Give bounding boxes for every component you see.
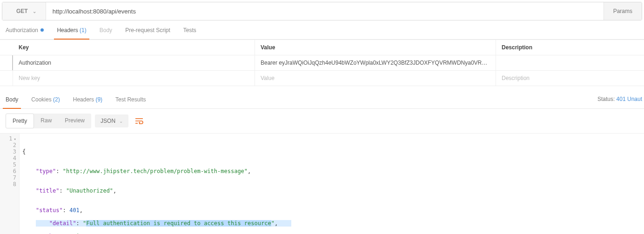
resp-tab-tests[interactable]: Test Results bbox=[115, 96, 146, 108]
json-string-selected: Full authentication is required to acces… bbox=[86, 220, 271, 227]
tab-headers-label: Headers bbox=[57, 27, 78, 33]
chevron-down-icon: ⌄ bbox=[119, 119, 123, 124]
tab-tests-label: Tests bbox=[183, 27, 196, 33]
response-bar: Body Cookies (2) Headers (9) Test Result… bbox=[0, 90, 644, 109]
response-body[interactable]: 1▾ 2345678 { "type": "http://www.jhipste… bbox=[0, 134, 644, 234]
request-bar: GET ⌄ Params bbox=[2, 2, 642, 20]
resp-tab-body-label: Body bbox=[6, 96, 18, 103]
resp-tab-headers[interactable]: Headers (9) bbox=[73, 96, 102, 108]
json-string: "http://www.jhipster.tech/problem/proble… bbox=[63, 168, 248, 174]
status-label: Status: bbox=[597, 96, 615, 102]
col-key: Key bbox=[13, 40, 255, 55]
row-handle[interactable] bbox=[0, 55, 13, 70]
tab-headers-count: (1) bbox=[80, 27, 87, 33]
response-tabs: Body Cookies (2) Headers (9) Test Result… bbox=[0, 90, 151, 108]
language-select[interactable]: JSON ⌄ bbox=[95, 114, 128, 127]
header-value-cell[interactable]: Bearer eyJraWQiOiJqQzh4eU94bWZoYWpla0xLW… bbox=[255, 55, 496, 70]
http-method-select[interactable]: GET ⌄ bbox=[2, 2, 46, 20]
status-value: 401 Unaut bbox=[617, 96, 642, 102]
dot-icon bbox=[40, 28, 44, 32]
json-key: "type" bbox=[36, 168, 56, 174]
row-handle bbox=[0, 71, 13, 86]
view-preview[interactable]: Preview bbox=[58, 114, 91, 128]
new-value-cell[interactable]: Value bbox=[255, 71, 496, 86]
view-raw[interactable]: Raw bbox=[34, 114, 58, 128]
resp-tab-cookies[interactable]: Cookies (2) bbox=[31, 96, 60, 108]
new-desc-cell[interactable]: Description bbox=[496, 71, 644, 86]
headers-table: Key Value Description Authorization Bear… bbox=[0, 40, 644, 86]
url-input[interactable] bbox=[46, 2, 604, 20]
tab-body[interactable]: Body bbox=[100, 27, 112, 39]
params-button[interactable]: Params bbox=[604, 2, 642, 20]
resp-tab-cookies-count: (2) bbox=[53, 96, 60, 103]
code-content[interactable]: { "type": "http://www.jhipster.tech/prob… bbox=[20, 134, 278, 234]
code-brace: { bbox=[22, 148, 26, 155]
tab-body-label: Body bbox=[100, 27, 112, 33]
resp-tab-tests-label: Test Results bbox=[115, 96, 146, 103]
line-gutter: 1▾ 2345678 bbox=[0, 134, 20, 234]
json-key: "title" bbox=[36, 187, 60, 194]
json-key: "detail" bbox=[49, 220, 76, 227]
tab-prerequest[interactable]: Pre-request Script bbox=[125, 27, 170, 39]
header-desc-cell[interactable] bbox=[496, 55, 644, 70]
resp-tab-body[interactable]: Body bbox=[6, 96, 18, 108]
resp-tab-headers-label: Headers bbox=[73, 96, 94, 103]
http-method-label: GET bbox=[16, 8, 28, 14]
body-view-bar: Pretty Raw Preview JSON ⌄ bbox=[0, 109, 644, 134]
json-number: 401 bbox=[69, 207, 80, 214]
view-mode-segment: Pretty Raw Preview bbox=[6, 114, 91, 128]
table-header-row: Key Value Description bbox=[0, 40, 644, 55]
resp-tab-cookies-label: Cookies bbox=[31, 96, 51, 103]
table-new-row[interactable]: New key Value Description bbox=[0, 70, 644, 86]
resp-tab-headers-count: (9) bbox=[95, 96, 102, 103]
tab-authorization-label: Authorization bbox=[6, 27, 38, 33]
tab-tests[interactable]: Tests bbox=[183, 27, 196, 39]
header-key-cell[interactable]: Authorization bbox=[13, 55, 255, 70]
tab-prerequest-label: Pre-request Script bbox=[125, 27, 170, 33]
json-key: "status" bbox=[36, 207, 63, 214]
params-label: Params bbox=[613, 8, 632, 14]
response-status: Status: 401 Unaut bbox=[597, 96, 642, 102]
tab-headers[interactable]: Headers (1) bbox=[57, 27, 86, 39]
chevron-down-icon: ⌄ bbox=[33, 9, 36, 14]
wrap-lines-button[interactable] bbox=[132, 114, 146, 128]
new-key-cell[interactable]: New key bbox=[13, 71, 255, 86]
row-handle bbox=[0, 40, 13, 55]
language-label: JSON bbox=[101, 118, 115, 124]
json-string: "Unauthorized" bbox=[66, 187, 113, 194]
table-row[interactable]: Authorization Bearer eyJraWQiOiJqQzh4eU9… bbox=[0, 55, 644, 70]
view-pretty[interactable]: Pretty bbox=[6, 114, 34, 128]
request-tabs: Authorization Headers (1) Body Pre-reque… bbox=[0, 20, 644, 40]
col-desc: Description bbox=[496, 40, 644, 55]
tab-authorization[interactable]: Authorization bbox=[6, 27, 44, 39]
wrap-icon bbox=[135, 118, 143, 124]
col-value: Value bbox=[255, 40, 496, 55]
